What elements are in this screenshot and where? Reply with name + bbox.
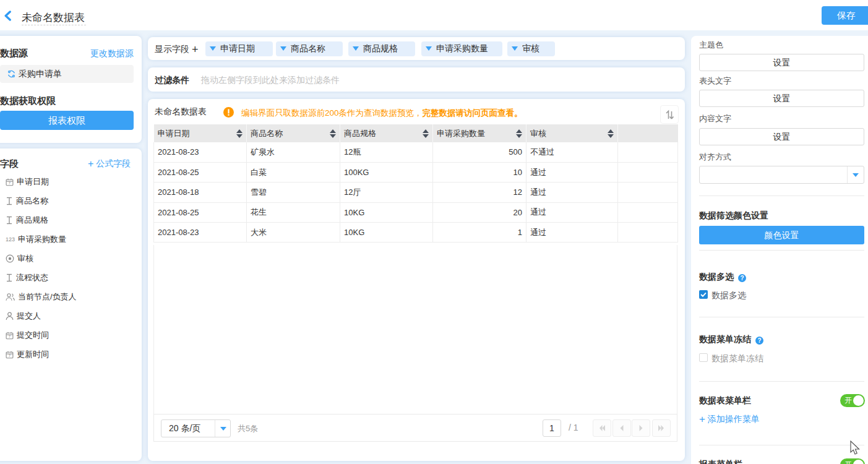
svg-text:7: 7 [9, 354, 11, 358]
svg-text:7: 7 [9, 181, 11, 185]
svg-text:7: 7 [9, 335, 11, 338]
